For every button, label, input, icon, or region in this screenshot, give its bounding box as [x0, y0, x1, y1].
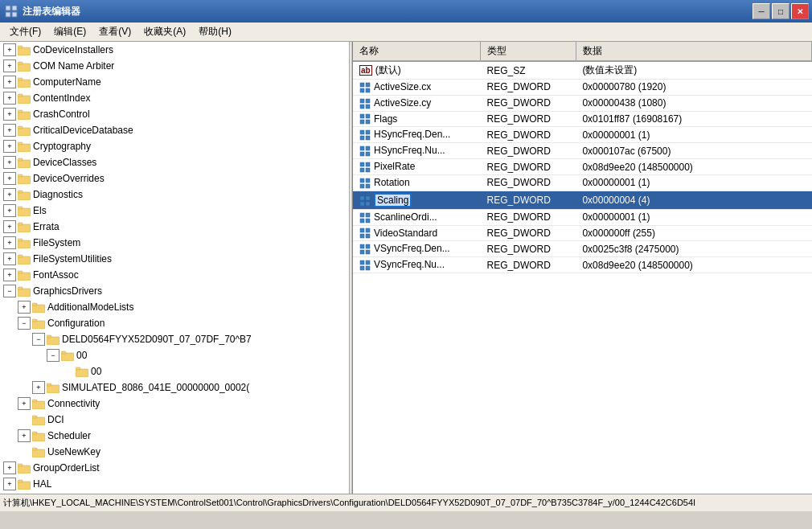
tree-item-deviceclasses[interactable]: + DeviceClasses: [0, 154, 349, 170]
reg-name[interactable]: ScanlineOrdi...: [353, 209, 481, 225]
reg-name[interactable]: Rotation: [353, 174, 481, 191]
reg-name[interactable]: PixelRate: [353, 159, 481, 175]
col-data[interactable]: 数据: [576, 42, 811, 61]
tree-label: Scheduler: [47, 430, 91, 441]
table-row[interactable]: ScanlineOrdi... REG_DWORD 0x00000001 (1): [353, 209, 812, 225]
tree-label: Cryptography: [33, 141, 91, 152]
expand-btn[interactable]: +: [3, 236, 16, 249]
tree-item-grouporderlist[interactable]: + GroupOrderList: [0, 460, 349, 476]
expand-btn[interactable]: +: [18, 397, 31, 410]
menu-edit[interactable]: 编辑(E): [47, 23, 92, 41]
svg-rect-92: [360, 213, 364, 217]
table-row[interactable]: VSyncFreq.Den... REG_DWORD 0x0025c3f8 (2…: [353, 241, 812, 257]
tree-item-fontassoc[interactable]: + FontAssoc: [0, 267, 349, 283]
tree-item-scheduler[interactable]: + Scheduler: [0, 428, 349, 444]
tree-item-hal[interactable]: + HAL: [0, 476, 349, 492]
menu-favorites[interactable]: 收藏夹(A): [137, 23, 192, 41]
tree-item-deviceoverrides[interactable]: + DeviceOverrides: [0, 170, 349, 187]
tree-item-errata[interactable]: + Errata: [0, 219, 349, 235]
expand-btn[interactable]: +: [18, 429, 31, 442]
tree-label: DeviceOverrides: [33, 173, 105, 184]
svg-rect-0: [6, 6, 10, 10]
expand-btn[interactable]: +: [3, 188, 16, 201]
table-row[interactable]: ActiveSize.cy REG_DWORD 0x00000438 (1080…: [353, 95, 812, 111]
table-row[interactable]: VideoStandard REG_DWORD 0x000000ff (255): [353, 225, 812, 241]
tree-item-crashcontrol[interactable]: + CrashControl: [0, 106, 349, 122]
tree-item-usenewkey[interactable]: UseNewKey: [0, 444, 349, 460]
tree-panel[interactable]: + CoDeviceInstallers+ COM Name Arbiter+ …: [0, 42, 350, 494]
table-row[interactable]: Flags REG_DWORD 0x0101ff87 (16908167): [353, 111, 812, 127]
expand-btn[interactable]: +: [3, 269, 16, 281]
tree-item-filesystemutilities[interactable]: + FileSystemUtilities: [0, 251, 349, 267]
tree-item-els[interactable]: + Els: [0, 203, 349, 219]
expand-btn[interactable]: +: [3, 124, 16, 137]
expand-btn[interactable]: −: [47, 349, 59, 362]
reg-name[interactable]: Scaling: [353, 191, 481, 209]
expand-btn[interactable]: +: [3, 140, 16, 153]
expand-btn[interactable]: +: [3, 92, 16, 105]
expand-btn[interactable]: −: [3, 285, 16, 297]
expand-btn[interactable]: +: [3, 43, 16, 56]
expand-btn[interactable]: +: [18, 301, 31, 314]
tree-item-configuration[interactable]: − Configuration: [0, 315, 349, 331]
reg-name[interactable]: Flags: [353, 111, 481, 127]
reg-name[interactable]: ab(默认): [353, 61, 481, 80]
tree-item-filesystem[interactable]: + FileSystem: [0, 235, 349, 251]
tree-item-contentindex[interactable]: + ContentIndex: [0, 90, 349, 106]
tree-item-codeviceinstallers[interactable]: + CoDeviceInstallers: [0, 42, 349, 58]
reg-name[interactable]: VSyncFreq.Den...: [353, 241, 481, 257]
tree-item-criticaldevicedatabase[interactable]: + CriticalDeviceDatabase: [0, 122, 349, 138]
tree-item-computername[interactable]: + ComputerName: [0, 74, 349, 90]
tree-item-deld0564fyyx52d090t[interactable]: − DELD0564FYYX52D090T_07_07DF_70^B7: [0, 331, 349, 347]
expand-btn[interactable]: +: [3, 59, 16, 72]
tree-item-graphicsdrivers[interactable]: − GraphicsDrivers: [0, 283, 349, 299]
expand-btn[interactable]: +: [3, 220, 16, 233]
reg-name[interactable]: VideoStandard: [353, 225, 481, 241]
tree-item-dci[interactable]: DCI: [0, 412, 349, 428]
expand-btn[interactable]: +: [32, 381, 45, 394]
expand-btn[interactable]: +: [3, 108, 16, 121]
svg-rect-101: [366, 244, 370, 248]
tree-item-additionalmodelists[interactable]: + AdditionalModeLists: [0, 299, 349, 315]
menu-help[interactable]: 帮助(H): [192, 23, 238, 41]
expand-btn[interactable]: −: [32, 333, 45, 346]
tree-item-cryptography[interactable]: + Cryptography: [0, 138, 349, 154]
svg-rect-47: [47, 383, 51, 386]
tree-item-00[interactable]: − 00: [0, 347, 349, 363]
menu-file[interactable]: 文件(F): [3, 23, 47, 41]
tree-item-diagnostics[interactable]: + Diagnostics: [0, 187, 349, 203]
table-row[interactable]: ActiveSize.cx REG_DWORD 0x00000780 (1920…: [353, 80, 812, 96]
reg-name[interactable]: VSyncFreq.Nu...: [353, 257, 481, 273]
reg-name[interactable]: ActiveSize.cx: [353, 80, 481, 96]
expand-btn[interactable]: +: [3, 156, 16, 169]
reg-name[interactable]: ActiveSize.cy: [353, 95, 481, 111]
expand-btn[interactable]: +: [3, 204, 16, 217]
table-row[interactable]: HSyncFreq.Nu... REG_DWORD 0x000107ac (67…: [353, 143, 812, 159]
table-row[interactable]: ab(默认) REG_SZ (数值未设置): [353, 61, 812, 80]
tree-item-connectivity[interactable]: + Connectivity: [0, 396, 349, 412]
maximize-button[interactable]: □: [772, 3, 789, 19]
table-row[interactable]: Rotation REG_DWORD 0x00000001 (1): [353, 174, 812, 191]
table-row[interactable]: HSyncFreq.Den... REG_DWORD 0x00000001 (1…: [353, 127, 812, 143]
tree-item-00sub[interactable]: 00: [0, 363, 349, 379]
svg-rect-3: [12, 12, 17, 17]
reg-name[interactable]: HSyncFreq.Nu...: [353, 143, 481, 159]
minimize-button[interactable]: ─: [753, 3, 770, 19]
menu-view[interactable]: 查看(V): [92, 23, 137, 41]
tree-item-simulated[interactable]: + SIMULATED_8086_041E_00000000_0002(: [0, 379, 349, 396]
right-panel[interactable]: 名称 类型 数据 ab(默认) REG_SZ (数值未设置) ActiveSiz…: [353, 42, 812, 494]
col-name[interactable]: 名称: [353, 42, 481, 61]
table-row[interactable]: Scaling REG_DWORD 0x00000004 (4): [353, 191, 812, 209]
expand-btn[interactable]: +: [3, 252, 16, 265]
table-row[interactable]: PixelRate REG_DWORD 0x08d9ee20 (14850000…: [353, 159, 812, 175]
table-row[interactable]: VSyncFreq.Nu... REG_DWORD 0x08d9ee20 (14…: [353, 257, 812, 273]
close-button[interactable]: ✕: [791, 3, 809, 19]
expand-btn[interactable]: −: [18, 317, 31, 330]
expand-btn[interactable]: +: [3, 478, 16, 490]
expand-btn[interactable]: +: [3, 172, 16, 185]
expand-btn[interactable]: +: [3, 76, 16, 88]
col-type[interactable]: 类型: [481, 42, 576, 61]
expand-btn[interactable]: +: [3, 461, 16, 474]
reg-name[interactable]: HSyncFreq.Den...: [353, 127, 481, 143]
tree-item-comnamearbiter[interactable]: + COM Name Arbiter: [0, 58, 349, 74]
